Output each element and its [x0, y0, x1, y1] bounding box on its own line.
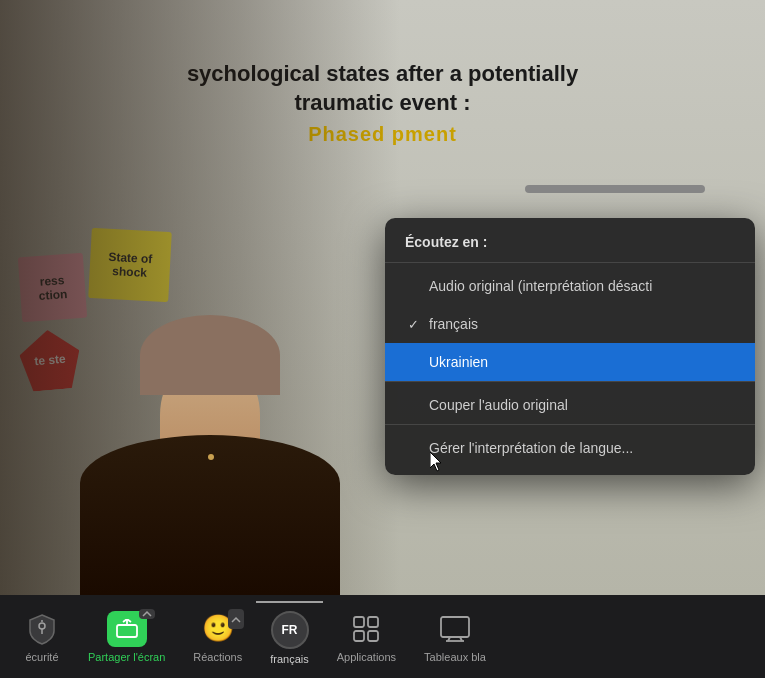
dropdown-item-francais[interactable]: ✓ français: [385, 305, 755, 343]
necklace: [208, 454, 214, 460]
dropdown-item-original-label: Audio original (interprétation désacti: [429, 278, 652, 294]
reactions-icon-group: 🙂: [200, 611, 236, 647]
reactions-label: Réactions: [193, 651, 242, 663]
dropdown-divider-bottom: [385, 424, 755, 425]
dropdown-item-francais-label: français: [429, 316, 478, 332]
svg-rect-6: [354, 631, 364, 641]
language-dropdown: Écoutez en : Audio original (interprétat…: [385, 218, 755, 475]
chevron-up-badge: [139, 609, 155, 619]
check-icon: ✓: [405, 317, 421, 332]
toolbar-item-tableaux[interactable]: Tableaux bla: [410, 603, 500, 671]
toolbar-item-securite[interactable]: écurité: [10, 603, 74, 671]
dropdown-item-original[interactable]: Audio original (interprétation désacti: [385, 267, 755, 305]
toolbar-item-partager[interactable]: Partager l'écran: [74, 603, 179, 671]
reactions-chevron: [228, 609, 244, 629]
securite-label: écurité: [25, 651, 58, 663]
partager-label: Partager l'écran: [88, 651, 165, 663]
svg-rect-8: [441, 617, 469, 637]
toolbar-item-applications[interactable]: Applications: [323, 603, 410, 671]
svg-rect-2: [117, 625, 137, 637]
dropdown-item-ukrainien[interactable]: Ukrainien: [385, 343, 755, 381]
bottom-toolbar: écurité Partager l'écran 🙂: [0, 595, 765, 678]
svg-rect-7: [368, 631, 378, 641]
securite-icon: [26, 611, 58, 647]
tableaux-label: Tableaux bla: [424, 651, 486, 663]
dropdown-item-couper-label: Couper l'audio original: [429, 397, 568, 413]
apps-icon: [348, 611, 384, 647]
partager-icon-group: [107, 611, 147, 647]
francais-label: français: [270, 653, 309, 665]
dropdown-divider-top: [385, 262, 755, 263]
dropdown-divider-mid: [385, 381, 755, 382]
dropdown-item-gerer-label: Gérer l'interprétation de langue...: [429, 440, 633, 456]
tableaux-icon: [437, 611, 473, 647]
svg-rect-4: [354, 617, 364, 627]
slide-progress-bar: [525, 185, 705, 193]
hair: [140, 315, 280, 395]
toolbar-item-francais[interactable]: FR français: [256, 601, 323, 673]
svg-rect-5: [368, 617, 378, 627]
applications-label: Applications: [337, 651, 396, 663]
toolbar-item-reactions[interactable]: 🙂 Réactions: [179, 603, 256, 671]
dropdown-item-ukrainien-label: Ukrainien: [429, 354, 488, 370]
dropdown-item-gerer[interactable]: Gérer l'interprétation de langue...: [385, 429, 755, 467]
presenter-area: [0, 175, 420, 595]
dropdown-header: Écoutez en :: [385, 234, 755, 262]
dropdown-item-couper[interactable]: Couper l'audio original: [385, 386, 755, 424]
fr-circle-icon: FR: [271, 611, 309, 649]
